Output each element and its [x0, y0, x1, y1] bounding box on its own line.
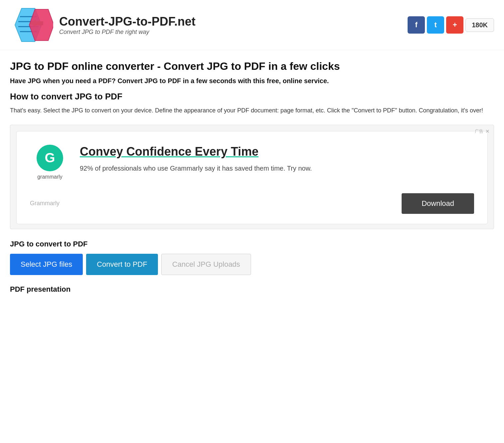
site-name: Convert-JPG-to-PDF.net — [59, 15, 195, 29]
site-header: Convert-JPG-to-PDF.net Convert JPG to PD… — [0, 0, 504, 50]
cancel-uploads-button[interactable]: Cancel JPG Uploads — [161, 254, 251, 275]
ad-logo-column: G grammarly — [30, 145, 70, 180]
grammarly-circle-icon: G — [37, 145, 63, 171]
grammarly-initial: G — [45, 150, 55, 165]
ad-label: 广告 ✕ — [475, 128, 490, 134]
how-to-title: How to convert JPG to PDF — [10, 91, 494, 102]
ad-footer-row: Grammarly Download — [30, 193, 474, 214]
grammarly-label: grammarly — [37, 174, 63, 180]
site-tagline: Convert JPG to PDF the right way — [59, 29, 195, 36]
ad-headline[interactable]: Convey Confidence Every Time — [80, 145, 474, 159]
select-jpg-button[interactable]: Select JPG files — [10, 254, 83, 275]
facebook-icon: f — [415, 21, 418, 29]
plus-button[interactable]: + — [446, 16, 463, 34]
converter-section-title: JPG to convert to PDF — [10, 240, 494, 248]
twitter-button[interactable]: t — [427, 16, 444, 34]
ad-text-column: Convey Confidence Every Time 92% of prof… — [80, 145, 474, 173]
share-count: 180K — [465, 18, 494, 32]
page-title: JPG to PDF online converter - Convert JP… — [10, 60, 494, 73]
site-logo-icon — [10, 7, 53, 43]
ad-container: 广告 ✕ G grammarly Convey Confidence Every… — [10, 125, 494, 229]
social-bar: f t + 180K — [408, 16, 494, 34]
twitter-icon: t — [435, 21, 437, 29]
facebook-button[interactable]: f — [408, 16, 425, 34]
ad-download-button[interactable]: Download — [402, 193, 474, 214]
logo-text: Convert-JPG-to-PDF.net Convert JPG to PD… — [59, 15, 195, 36]
page-description: That's easy. Select the JPG to convert o… — [10, 106, 494, 115]
ad-inner: G grammarly Convey Confidence Every Time… — [16, 131, 488, 224]
convert-to-pdf-button[interactable]: Convert to PDF — [86, 254, 158, 275]
converter-button-row: Select JPG files Convert to PDF Cancel J… — [10, 254, 494, 275]
plus-icon: + — [453, 21, 457, 29]
ad-content-row: G grammarly Convey Confidence Every Time… — [30, 145, 474, 180]
ad-close-button[interactable]: ✕ — [485, 128, 490, 134]
main-content: JPG to PDF online converter - Convert JP… — [0, 50, 504, 300]
ad-footer-label: Grammarly — [30, 200, 60, 207]
ad-body-text: 92% of professionals who use Grammarly s… — [80, 163, 474, 173]
page-subtitle: Have JPG when you need a PDF? Convert JP… — [10, 77, 494, 85]
ad-text: 广告 — [475, 128, 483, 134]
logo-area: Convert-JPG-to-PDF.net Convert JPG to PD… — [10, 7, 408, 43]
pdf-presentation-title: PDF presentation — [10, 285, 494, 294]
